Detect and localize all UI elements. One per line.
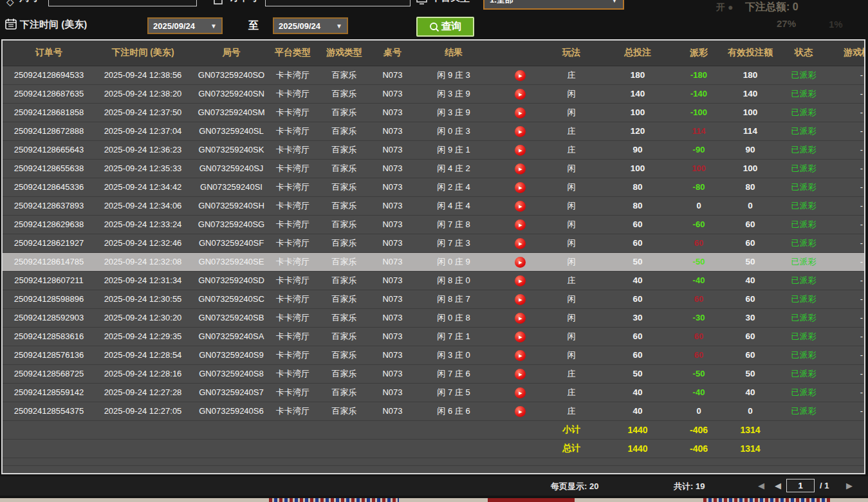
table-header: 订单号下注时间 (美东)局号平台类型游戏类型桌号结果玩法总投注派彩有效投注额状态…: [3, 41, 865, 66]
cell-col10: 60: [723, 234, 778, 252]
cell-col11: 已派彩: [778, 196, 829, 215]
grand-total-cell: 1440: [600, 439, 675, 458]
cell-col8: 60: [600, 346, 675, 364]
cell-col9: -50: [675, 252, 723, 271]
cell-col1: 2025-09-24 12:27:28: [95, 383, 190, 402]
first-page-icon[interactable]: ◀: [758, 481, 764, 490]
table-row[interactable]: 2509241285687252025-09-24 12:28:16GN0732…: [3, 364, 865, 383]
table-row[interactable]: 2509241286656432025-09-24 12:36:23GN0732…: [3, 140, 865, 159]
table-row[interactable]: 2509241286728882025-09-24 12:37:04GN0732…: [3, 122, 865, 140]
clipboard-icon: [213, 0, 223, 5]
chevron-down-icon: ▼: [210, 23, 217, 30]
column-header-8: 玩法: [542, 41, 600, 66]
cell-col12: -: [829, 290, 865, 308]
table-row[interactable]: 2509241286219272025-09-24 12:32:46GN0732…: [3, 234, 865, 252]
order-filter-input[interactable]: [265, 0, 411, 6]
next-page-icon[interactable]: ▶: [846, 481, 853, 490]
cell-col8: 40: [600, 402, 675, 420]
cell-col0: 250924128637893: [3, 196, 95, 215]
cell-col3: 卡卡湾厅: [272, 159, 313, 178]
replay-video-icon[interactable]: ▶: [515, 350, 526, 361]
table-row[interactable]: 2509241286296382025-09-24 12:33:24GN0732…: [3, 215, 865, 234]
table-row[interactable]: 2509241285988962025-09-24 12:30:55GN0732…: [3, 290, 865, 308]
cell-col10: 140: [723, 84, 778, 103]
cell-col1: 2025-09-24 12:36:23: [95, 140, 190, 159]
grand-total-cell: 1314: [723, 439, 778, 458]
cell-col4: 百家乐: [313, 159, 375, 178]
cell-col6: 闲 4 庄 4: [410, 196, 497, 215]
cell-col7: 庄: [542, 402, 600, 420]
page-number-input[interactable]: [786, 479, 815, 492]
replay-video-icon[interactable]: ▶: [515, 145, 526, 156]
cell-col3: 卡卡湾厅: [272, 252, 313, 271]
replay-video-icon[interactable]: ▶: [515, 257, 526, 268]
cell-col11: 已派彩: [778, 364, 829, 383]
table-row[interactable]: 2509241285836162025-09-24 12:29:35GN0732…: [3, 327, 865, 346]
prev-page-icon[interactable]: ◀: [775, 481, 781, 490]
cell-col10: 40: [723, 271, 778, 290]
cell-col8: 50: [600, 252, 675, 271]
replay-video-icon[interactable]: ▶: [515, 238, 526, 249]
round-filter-input[interactable]: [48, 0, 197, 6]
cell-col8: 40: [600, 271, 675, 290]
date-from-select[interactable]: 2025/09/24 ▼: [147, 17, 223, 34]
grand-total-cell: [778, 439, 829, 458]
replay-video-icon[interactable]: ▶: [515, 406, 526, 417]
cell-col11: 已派彩: [778, 159, 829, 178]
table-row[interactable]: 2509241286818582025-09-24 12:37:50GN0732…: [3, 103, 865, 122]
table-row[interactable]: 2509241286072112025-09-24 12:31:34GN0732…: [3, 271, 865, 290]
cell-col10: 180: [723, 66, 778, 84]
cell-col2: GN073259240SD: [190, 271, 272, 290]
date-to-select[interactable]: 2025/09/24 ▼: [273, 17, 348, 34]
query-button[interactable]: 查询: [416, 17, 474, 37]
cell-col2: GN073259240SH: [190, 196, 272, 215]
table-row[interactable]: 2509241286945332025-09-24 12:38:56GN0732…: [3, 66, 865, 84]
cell-col9: 60: [675, 234, 723, 252]
subtotal-cell: [497, 420, 542, 439]
table-row[interactable]: 2509241285929032025-09-24 12:30:20GN0732…: [3, 308, 865, 327]
replay-video-icon[interactable]: ▶: [515, 201, 526, 212]
table-row[interactable]: 2509241285543752025-09-24 12:27:05GN0732…: [3, 402, 865, 420]
cell-col2: GN073259240SN: [190, 84, 272, 103]
bg-open-toggle-text: 开 ●: [716, 2, 733, 14]
replay-video-icon[interactable]: ▶: [515, 182, 526, 193]
cell-col11: 已派彩: [778, 140, 829, 159]
table-row[interactable]: 2509241285591422025-09-24 12:27:28GN0732…: [3, 383, 865, 402]
replay-video-icon[interactable]: ▶: [515, 219, 526, 230]
cell-col10: 100: [723, 159, 778, 178]
replay-video-icon[interactable]: ▶: [515, 331, 526, 342]
grand-total-cell: [190, 439, 272, 458]
replay-video-icon[interactable]: ▶: [515, 313, 526, 324]
replay-video-icon[interactable]: ▶: [515, 70, 526, 81]
replay-video-icon[interactable]: ▶: [515, 163, 526, 174]
cell-col3: 卡卡湾厅: [272, 140, 313, 159]
replay-video-icon[interactable]: ▶: [515, 369, 526, 380]
table-row[interactable]: 2509241285761362025-09-24 12:28:54GN0732…: [3, 346, 865, 364]
cell-col6: 闲 2 庄 4: [410, 178, 497, 196]
cell-col11: 已派彩: [778, 327, 829, 346]
replay-video-icon[interactable]: ▶: [515, 89, 526, 100]
cell-col5: N073: [375, 346, 410, 364]
replay-video-icon[interactable]: ▶: [515, 387, 526, 398]
cell-col11: 已派彩: [778, 215, 829, 234]
column-header-10: 派彩: [675, 41, 723, 66]
table-row[interactable]: 2509241286453362025-09-24 12:34:42GN0732…: [3, 178, 865, 196]
table-row[interactable]: 2509241286876352025-09-24 12:38:20GN0732…: [3, 84, 865, 103]
table-row[interactable]: 2509241286147852025-09-24 12:32:08GN0732…: [3, 252, 865, 271]
calendar-icon: [5, 18, 17, 30]
cell-col7: 庄: [542, 383, 600, 402]
column-header-2: 局号: [190, 41, 272, 66]
cell-col8: 100: [600, 103, 675, 122]
cell-col9: -80: [675, 178, 723, 196]
platform-select[interactable]: 1.全部 ▼: [483, 0, 624, 10]
cell-col2: GN073259240SF: [190, 234, 272, 252]
table-row[interactable]: 2509241286378932025-09-24 12:34:06GN0732…: [3, 196, 865, 215]
replay-video-icon[interactable]: ▶: [515, 126, 526, 137]
table-row[interactable]: 2509241286556382025-09-24 12:35:33GN0732…: [3, 159, 865, 178]
replay-video-icon[interactable]: ▶: [515, 294, 526, 305]
cell-col1: 2025-09-24 12:38:56: [95, 66, 190, 84]
cell-col12: -: [829, 215, 865, 234]
replay-video-icon[interactable]: ▶: [515, 107, 526, 118]
cell-col10: 0: [723, 196, 778, 215]
replay-video-icon[interactable]: ▶: [515, 275, 526, 286]
